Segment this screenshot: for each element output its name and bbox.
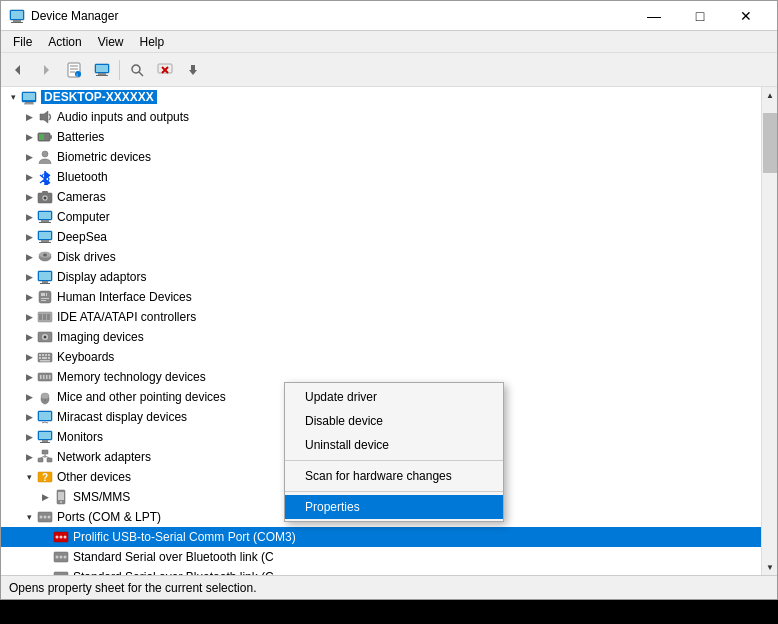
tree-item-display[interactable]: ▶ Display adaptors [1, 267, 761, 287]
menu-help[interactable]: Help [132, 33, 173, 51]
menu-action[interactable]: Action [40, 33, 89, 51]
properties-icon: i [66, 62, 82, 78]
scrollbar[interactable]: ▲ ▼ [761, 87, 777, 575]
ide-icon [37, 309, 53, 325]
tree-item-ide[interactable]: ▶ IDE ATA/ATAPI controllers [1, 307, 761, 327]
uninstall-button[interactable] [152, 57, 178, 83]
tree-item-biometric[interactable]: ▶ Biometric devices [1, 147, 761, 167]
tree-item-serial2[interactable]: Standard Serial over Bluetooth link (C [1, 567, 761, 575]
display-icon [37, 269, 53, 285]
tree-root[interactable]: ▾ DESKTOP-XXXXXX [1, 87, 761, 107]
scroll-track[interactable] [762, 103, 777, 559]
svg-rect-18 [158, 64, 172, 73]
svg-point-114 [64, 556, 67, 559]
hid-expand-arrow[interactable]: ▶ [21, 289, 37, 305]
scroll-thumb[interactable] [763, 113, 777, 173]
sms-expand-arrow[interactable]: ▶ [37, 489, 53, 505]
tree-item-bluetooth[interactable]: ▶ ℬ Bluetooth [1, 167, 761, 187]
menu-file[interactable]: File [5, 33, 40, 51]
window-title: Device Manager [31, 9, 118, 23]
serial2-expand-arrow[interactable] [37, 569, 53, 575]
keyboards-expand-arrow[interactable]: ▶ [21, 349, 37, 365]
tree-item-disk[interactable]: ▶ Disk drives [1, 247, 761, 267]
tree-item-keyboards[interactable]: ▶ Keyboards [1, 347, 761, 367]
mice-expand-arrow[interactable]: ▶ [21, 389, 37, 405]
svg-point-110 [64, 536, 67, 539]
ide-expand-arrow[interactable]: ▶ [21, 309, 37, 325]
svg-rect-13 [96, 65, 108, 72]
root-expand-arrow[interactable]: ▾ [5, 89, 21, 105]
svg-rect-76 [48, 357, 50, 359]
maximize-button[interactable]: □ [677, 1, 723, 31]
display-expand-arrow[interactable]: ▶ [21, 269, 37, 285]
back-button[interactable] [5, 57, 31, 83]
hid-label: Human Interface Devices [57, 290, 192, 304]
svg-rect-92 [42, 450, 48, 454]
svg-marker-27 [40, 111, 48, 123]
context-menu: Update driver Disable device Uninstall d… [284, 382, 504, 522]
taskbar [0, 600, 778, 624]
tree-item-cameras[interactable]: ▶ Cameras [1, 187, 761, 207]
bluetooth-expand-arrow[interactable]: ▶ [21, 169, 37, 185]
svg-point-106 [48, 516, 51, 519]
tree-item-computer[interactable]: ▶ Computer [1, 207, 761, 227]
network-expand-arrow[interactable]: ▶ [21, 449, 37, 465]
tree-item-audio[interactable]: ▶ Audio inputs and outputs [1, 107, 761, 127]
prolific-expand-arrow[interactable] [37, 529, 53, 545]
miracast-expand-arrow[interactable]: ▶ [21, 409, 37, 425]
context-menu-separator-1 [285, 460, 503, 461]
update-button[interactable] [180, 57, 206, 83]
context-menu-scan-hardware[interactable]: Scan for hardware changes [285, 464, 503, 488]
svg-point-31 [42, 151, 48, 157]
biometric-expand-arrow[interactable]: ▶ [21, 149, 37, 165]
tree-item-prolific[interactable]: Prolific USB-to-Serial Comm Port (COM3) [1, 527, 761, 547]
computer-label: Computer [57, 210, 110, 224]
tree-item-batteries[interactable]: ▶ Batteries [1, 127, 761, 147]
context-menu-properties[interactable]: Properties [285, 495, 503, 519]
tree-item-deepsea[interactable]: ▶ DeepSea [1, 227, 761, 247]
svg-rect-1 [13, 20, 21, 22]
biometric-label: Biometric devices [57, 150, 151, 164]
minimize-button[interactable]: — [631, 1, 677, 31]
computer-icon [37, 209, 53, 225]
computer-expand-arrow[interactable]: ▶ [21, 209, 37, 225]
tree-item-imaging[interactable]: ▶ Imaging devices [1, 327, 761, 347]
serial2-icon [53, 569, 69, 575]
keyboards-icon [37, 349, 53, 365]
serial1-expand-arrow[interactable] [37, 549, 53, 565]
svg-rect-30 [39, 134, 44, 140]
memory-label: Memory technology devices [57, 370, 206, 384]
audio-expand-arrow[interactable]: ▶ [21, 109, 37, 125]
tree-item-hid[interactable]: ▶ Human Interface Devices [1, 287, 761, 307]
svg-rect-82 [49, 375, 51, 379]
context-menu-update-driver[interactable]: Update driver [285, 385, 503, 409]
context-menu-disable-device[interactable]: Disable device [285, 409, 503, 433]
other-expand-arrow[interactable]: ▾ [21, 469, 37, 485]
ports-expand-arrow[interactable]: ▾ [21, 509, 37, 525]
properties-button[interactable]: i [61, 57, 87, 83]
mice-label: Mice and other pointing devices [57, 390, 226, 404]
menu-view[interactable]: View [90, 33, 132, 51]
scroll-up-button[interactable]: ▲ [762, 87, 777, 103]
context-menu-uninstall-device[interactable]: Uninstall device [285, 433, 503, 457]
tree-item-serial1[interactable]: Standard Serial over Bluetooth link (C [1, 547, 761, 567]
deepsea-expand-arrow[interactable]: ▶ [21, 229, 37, 245]
scroll-down-button[interactable]: ▼ [762, 559, 777, 575]
imaging-expand-arrow[interactable]: ▶ [21, 329, 37, 345]
svg-text:?: ? [42, 472, 48, 483]
close-button[interactable]: ✕ [723, 1, 769, 31]
disk-expand-arrow[interactable]: ▶ [21, 249, 37, 265]
svg-point-109 [60, 536, 63, 539]
audio-icon [37, 109, 53, 125]
batteries-expand-arrow[interactable]: ▶ [21, 129, 37, 145]
svg-rect-80 [43, 375, 45, 379]
svg-rect-63 [39, 314, 42, 320]
cameras-expand-arrow[interactable]: ▶ [21, 189, 37, 205]
scan-button[interactable] [124, 57, 150, 83]
memory-expand-arrow[interactable]: ▶ [21, 369, 37, 385]
monitors-expand-arrow[interactable]: ▶ [21, 429, 37, 445]
device-manager-button[interactable] [89, 57, 115, 83]
forward-button[interactable] [33, 57, 59, 83]
svg-rect-57 [39, 291, 51, 303]
status-bar: Opens property sheet for the current sel… [1, 575, 777, 599]
